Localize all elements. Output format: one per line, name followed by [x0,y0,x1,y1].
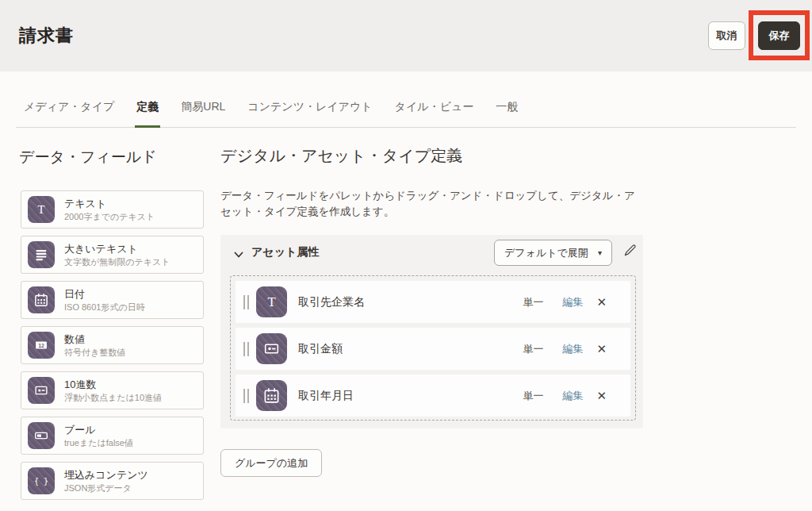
palette-item-date[interactable]: 日付 ISO 8601形式の日時 [21,281,204,319]
cancel-button[interactable]: 取消 [708,21,745,50]
asset-type-editor: 請求書 取消 保存 メディア・タイプ 定義 簡易URL コンテンツ・レイアウト … [0,0,812,511]
palette-item-decimal[interactable]: 10進数 浮動小数点または10進値 [21,371,204,409]
field-title: 日付 [64,287,145,301]
attribute-row-transaction-amount[interactable]: 取引金額 単一 編集 ✕ [236,328,630,370]
drag-handle-icon[interactable] [243,295,249,309]
chevron-down-icon[interactable] [233,249,244,260]
edit-pencil-icon[interactable] [622,244,637,258]
field-title: 埋込みコンテンツ [64,468,148,482]
number-icon: 12 [28,332,55,359]
attribute-label: 取引金額 [298,342,343,356]
date-icon [256,380,287,411]
field-subtitle: JSON形式データ [64,482,148,494]
tab-media-type[interactable]: メディア・タイプ [16,100,122,127]
field-subtitle: ISO 8601形式の日時 [64,302,145,313]
text-icon: T [256,286,287,317]
field-subtitle: 文字数が無制限のテキスト [64,256,170,267]
palette-item-text[interactable]: T テキスト 2000字までのテキスト [21,190,204,229]
field-title: ブール [64,423,133,436]
field-subtitle: 符号付き整数値 [64,347,125,358]
drag-handle-icon[interactable] [243,389,249,403]
expand-mode-select[interactable]: デフォルトで展開 ▾ [494,240,612,266]
add-group-button[interactable]: グループの追加 [220,449,322,477]
edit-link[interactable]: 編集 [562,295,583,309]
palette-item-boolean[interactable]: ブール trueまたはfalse値 [21,417,204,455]
tab-definition[interactable]: 定義 [128,100,167,127]
embedded-content-icon: { } [28,467,55,494]
tab-bar: メディア・タイプ 定義 簡易URL コンテンツ・レイアウト タイル・ビュー 一般 [16,71,796,128]
field-title: 10進数 [64,378,162,391]
attribute-label: 取引先企業名 [298,295,365,309]
arity-label: 単一 [523,342,543,356]
decimal-icon [28,377,55,404]
edit-link[interactable]: 編集 [562,389,583,403]
svg-text:{ }: { } [34,477,48,486]
field-subtitle: 浮動小数点または10進値 [64,392,162,403]
arity-label: 単一 [523,389,543,403]
attribute-row-company-name[interactable]: T 取引先企業名 単一 編集 ✕ [236,281,630,323]
remove-icon[interactable]: ✕ [596,390,607,402]
palette-item-number[interactable]: 12 数値 符号付き整数値 [21,326,204,364]
field-subtitle: 2000字までのテキスト [64,211,155,222]
tab-tile-view[interactable]: タイル・ビュー [387,100,482,127]
field-title: テキスト [64,197,155,210]
arity-label: 単一 [523,295,543,309]
remove-icon[interactable]: ✕ [596,296,607,308]
remove-icon[interactable]: ✕ [596,343,607,355]
asset-attributes-panel: アセット属性 デフォルトで展開 ▾ T 取引先企業名 単一 編集 ✕ [220,235,643,428]
definition-heading: デジタル・アセット・タイプ定義 [220,145,462,167]
drag-handle-icon[interactable] [243,342,249,356]
attributes-dropzone: T 取引先企業名 単一 編集 ✕ 取引金額 単一 編集 ✕ [230,275,636,421]
annotation-highlight-box: 保存 [749,10,810,60]
large-text-icon [28,241,55,268]
caret-down-icon: ▾ [598,248,602,257]
palette-heading: データ・フィールド [19,147,157,167]
tab-content-layout[interactable]: コンテンツ・レイアウト [239,100,380,127]
svg-text:T: T [267,294,275,309]
definition-description: データ・フィールドをパレットからドラッグ・アンド・ドロップして、デジタル・アセッ… [220,188,642,220]
tab-friendly-url[interactable]: 簡易URL [173,100,233,127]
date-icon [28,286,55,313]
text-icon: T [28,196,55,223]
palette-item-embedded-content[interactable]: { } 埋込みコンテンツ JSON形式データ [21,462,204,500]
field-title: 大きいテキスト [64,242,170,256]
palette-item-large-text[interactable]: 大きいテキスト 文字数が無制限のテキスト [21,236,204,274]
edit-link[interactable]: 編集 [562,342,583,356]
boolean-icon [28,422,55,449]
attribute-row-transaction-date[interactable]: 取引年月日 単一 編集 ✕ [236,375,630,417]
panel-title: アセット属性 [251,245,319,259]
field-subtitle: trueまたはfalse値 [64,437,133,448]
field-title: 数値 [64,332,125,346]
tab-general[interactable]: 一般 [488,100,526,127]
data-field-palette: T テキスト 2000字までのテキスト 大きいテキスト 文字数が無制限のテキスト… [21,190,204,507]
header: 請求書 取消 保存 [0,0,812,71]
save-button[interactable]: 保存 [758,21,800,50]
attribute-label: 取引年月日 [298,389,354,403]
expand-mode-value: デフォルトで展開 [504,246,588,260]
svg-text:12: 12 [38,343,44,348]
svg-text:T: T [38,203,45,216]
page-title: 請求書 [19,24,74,48]
decimal-icon [256,333,287,364]
